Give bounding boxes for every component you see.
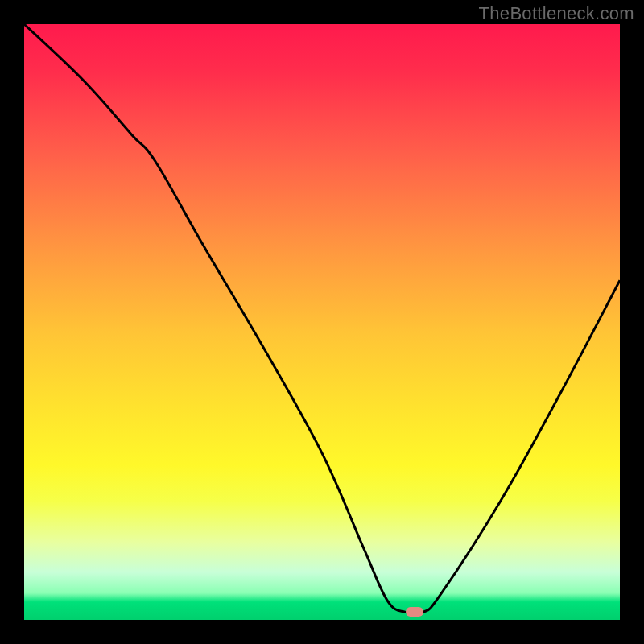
watermark-text: TheBottleneck.com bbox=[479, 3, 634, 24]
chart-frame: TheBottleneck.com bbox=[0, 0, 644, 644]
bottleneck-curve-path bbox=[24, 24, 620, 614]
optimal-point-marker bbox=[406, 607, 423, 617]
curve-svg bbox=[24, 24, 620, 620]
plot-area bbox=[24, 24, 620, 620]
